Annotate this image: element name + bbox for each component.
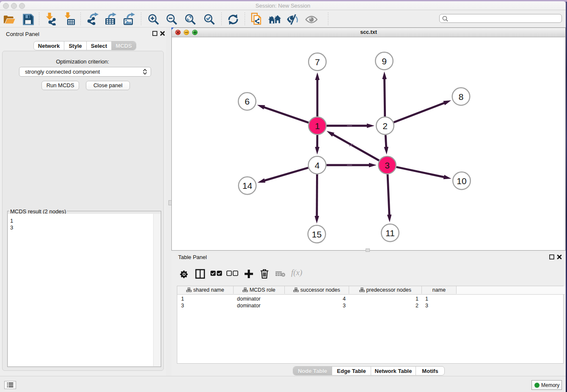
svg-text:4: 4 bbox=[315, 160, 320, 170]
svg-text:11: 11 bbox=[385, 228, 395, 238]
svg-text:8: 8 bbox=[459, 92, 464, 102]
svg-text:2: 2 bbox=[383, 121, 388, 131]
svg-text:6: 6 bbox=[245, 97, 250, 106]
svg-text:15: 15 bbox=[312, 229, 322, 239]
svg-text:7: 7 bbox=[315, 57, 320, 67]
svg-text:1: 1 bbox=[315, 121, 320, 131]
svg-text:3: 3 bbox=[385, 160, 390, 170]
svg-text:10: 10 bbox=[457, 176, 466, 186]
svg-text:14: 14 bbox=[242, 181, 253, 190]
svg-text:9: 9 bbox=[382, 56, 387, 66]
